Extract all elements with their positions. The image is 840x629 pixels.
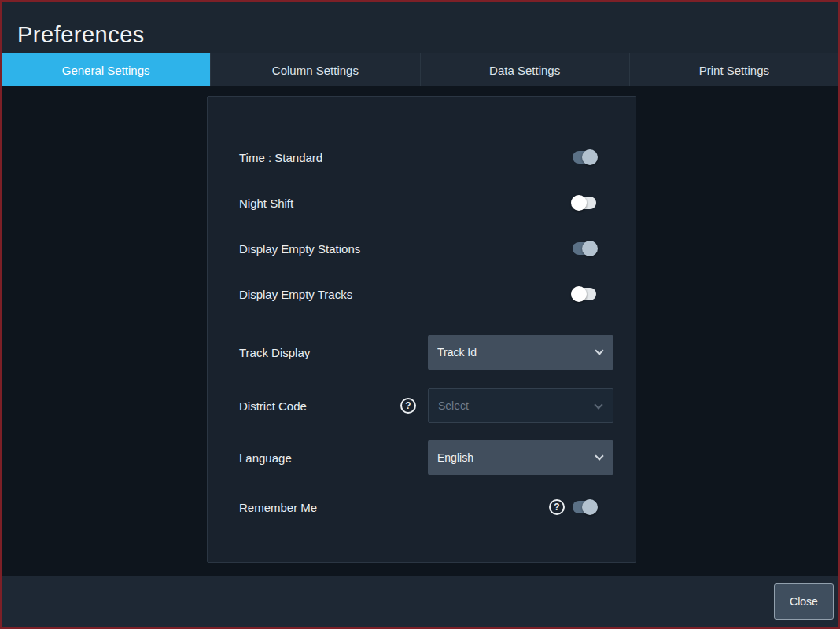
- chevron-down-icon: [594, 400, 602, 409]
- tab-general-settings[interactable]: General Settings: [2, 53, 210, 86]
- footer-bar: Close: [2, 576, 838, 627]
- track-display-label: Track Display: [239, 346, 310, 359]
- district-code-select[interactable]: Select: [428, 388, 613, 423]
- row-track-display: Track Display Track Id: [208, 335, 636, 370]
- track-display-value: Track Id: [437, 346, 477, 359]
- time-standard-label: Time : Standard: [239, 151, 322, 164]
- help-icon[interactable]: ?: [400, 398, 416, 414]
- chevron-down-icon: [595, 451, 603, 460]
- display-empty-stations-label: Display Empty Stations: [239, 242, 360, 256]
- remember-me-label: Remember Me: [239, 501, 317, 514]
- night-shift-label: Night Shift: [239, 197, 293, 210]
- page-title: Preferences: [17, 22, 145, 48]
- row-display-empty-stations: Display Empty Stations: [208, 232, 636, 265]
- tab-column-settings[interactable]: Column Settings: [210, 53, 419, 86]
- row-district-code: District Code ? Select: [208, 388, 636, 423]
- row-remember-me: Remember Me ?: [208, 491, 636, 524]
- language-select[interactable]: English: [428, 440, 613, 475]
- remember-me-toggle[interactable]: [573, 501, 596, 513]
- district-code-label: District Code: [239, 399, 307, 413]
- display-empty-tracks-toggle[interactable]: [573, 288, 596, 300]
- row-time-standard: Time : Standard: [208, 141, 636, 174]
- language-value: English: [437, 451, 473, 464]
- toggle-knob: [582, 499, 598, 515]
- content-area: Time : Standard Night Shift Display Empt…: [2, 86, 838, 579]
- close-button[interactable]: Close: [774, 583, 834, 620]
- tab-print-settings[interactable]: Print Settings: [629, 53, 838, 86]
- row-language: Language English: [208, 440, 636, 475]
- chevron-down-icon: [595, 346, 603, 355]
- language-label: Language: [239, 451, 292, 465]
- track-display-select[interactable]: Track Id: [428, 335, 613, 370]
- help-icon[interactable]: ?: [549, 499, 565, 515]
- time-standard-toggle[interactable]: [573, 151, 596, 164]
- tab-data-settings[interactable]: Data Settings: [420, 53, 629, 86]
- toggle-knob: [571, 195, 587, 211]
- night-shift-toggle[interactable]: [573, 197, 596, 209]
- tab-bar: General Settings Column Settings Data Se…: [2, 53, 838, 86]
- display-empty-stations-toggle[interactable]: [573, 242, 596, 255]
- toggle-knob: [571, 286, 587, 302]
- preferences-window: Preferences General Settings Column Sett…: [0, 0, 840, 629]
- district-code-value: Select: [438, 399, 469, 412]
- titlebar: Preferences: [2, 2, 838, 53]
- toggle-knob: [582, 241, 598, 256]
- settings-panel: Time : Standard Night Shift Display Empt…: [207, 96, 636, 563]
- toggle-knob: [582, 149, 598, 165]
- row-display-empty-tracks: Display Empty Tracks: [208, 278, 636, 311]
- display-empty-tracks-label: Display Empty Tracks: [239, 288, 352, 301]
- row-night-shift: Night Shift: [208, 186, 636, 219]
